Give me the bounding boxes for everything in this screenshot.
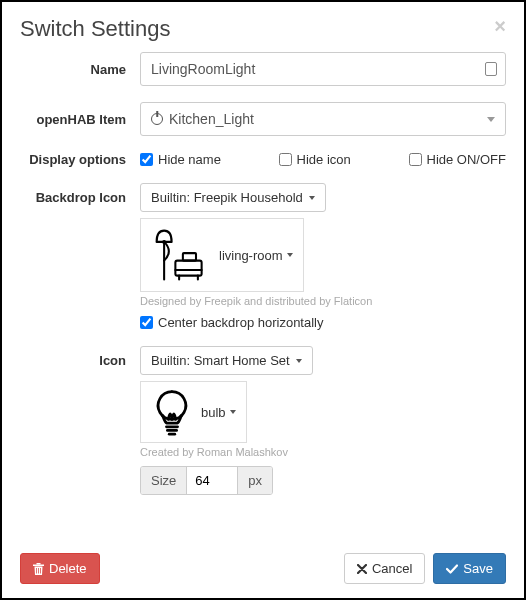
living-room-icon <box>151 225 211 285</box>
label-name: Name <box>20 62 140 77</box>
svg-rect-3 <box>33 564 44 566</box>
modal-title: Switch Settings <box>20 16 170 42</box>
checkbox-center-backdrop-input[interactable] <box>140 316 153 329</box>
bulb-icon <box>151 388 193 436</box>
icon-picker[interactable]: bulb <box>140 381 247 443</box>
svg-rect-1 <box>175 261 201 276</box>
cancel-button[interactable]: Cancel <box>344 553 425 584</box>
checkbox-hide-name-input[interactable] <box>140 153 153 166</box>
keyboard-icon <box>485 62 497 76</box>
modal-footer: Delete Cancel Save <box>20 543 506 584</box>
checkbox-hide-name[interactable]: Hide name <box>140 152 221 167</box>
checkbox-hide-icon-input[interactable] <box>279 153 292 166</box>
checkbox-center-backdrop[interactable]: Center backdrop horizontally <box>140 315 506 330</box>
backdrop-credit: Designed by Freepik and distributed by F… <box>140 295 506 307</box>
px-label: px <box>237 467 272 494</box>
label-backdrop-icon: Backdrop Icon <box>20 183 140 205</box>
label-icon: Icon <box>20 346 140 368</box>
chevron-down-icon <box>487 117 495 122</box>
close-icon[interactable]: × <box>494 16 506 36</box>
checkbox-hide-icon[interactable]: Hide icon <box>279 152 351 167</box>
modal-header: Switch Settings × <box>20 16 506 42</box>
checkbox-hide-onoff[interactable]: Hide ON/OFF <box>409 152 506 167</box>
label-item: openHAB Item <box>20 112 140 127</box>
icon-size-input[interactable] <box>187 467 237 494</box>
chevron-down-icon <box>230 410 236 414</box>
close-icon <box>357 564 367 574</box>
chevron-down-icon <box>309 196 315 200</box>
switch-settings-modal: Switch Settings × Name LivingRoomLight o… <box>2 2 524 598</box>
name-field[interactable]: LivingRoomLight <box>140 52 506 86</box>
check-icon <box>446 564 458 574</box>
label-display-options: Display options <box>20 152 140 167</box>
icon-size-group: Size px <box>140 466 273 495</box>
save-button[interactable]: Save <box>433 553 506 584</box>
modal-body: Name LivingRoomLight openHAB Item Kitche… <box>20 52 506 543</box>
checkbox-hide-onoff-input[interactable] <box>409 153 422 166</box>
power-icon <box>151 113 163 125</box>
svg-rect-4 <box>37 563 41 565</box>
icon-set-dropdown[interactable]: Builtin: Smart Home Set <box>140 346 313 375</box>
chevron-down-icon <box>296 359 302 363</box>
icon-credit: Created by Roman Malashkov <box>140 446 506 458</box>
size-label: Size <box>141 467 187 494</box>
backdrop-icon-picker[interactable]: living-room <box>140 218 304 292</box>
trash-icon <box>33 563 44 575</box>
delete-button[interactable]: Delete <box>20 553 100 584</box>
item-select[interactable]: Kitchen_Light <box>140 102 506 136</box>
backdrop-set-dropdown[interactable]: Builtin: Freepik Household <box>140 183 326 212</box>
chevron-down-icon <box>287 253 293 257</box>
svg-rect-2 <box>183 253 196 261</box>
